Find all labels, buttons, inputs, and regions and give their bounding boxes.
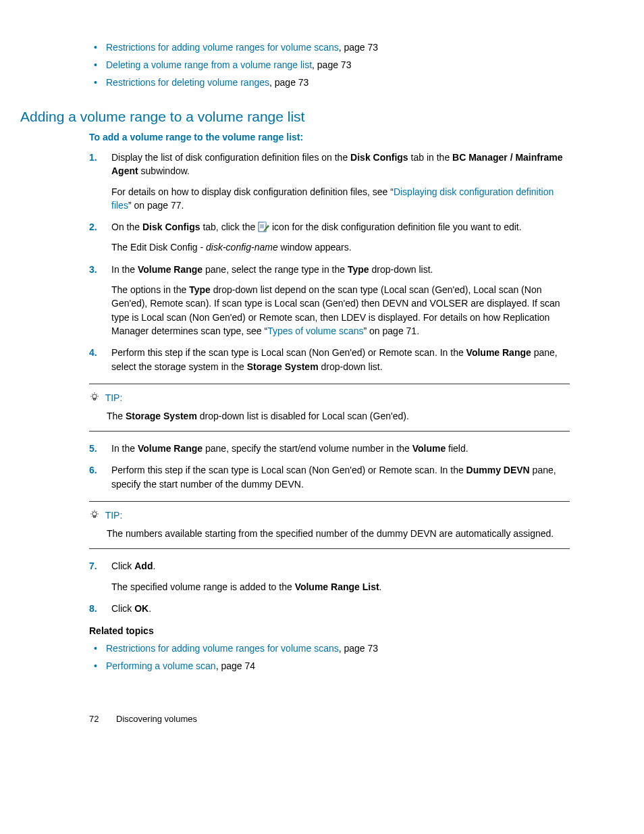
list-item: Deleting a volume range from a volume ra… bbox=[89, 58, 570, 72]
edit-icon bbox=[258, 221, 269, 232]
text: The Edit Disk Config - bbox=[111, 242, 206, 253]
link-restrictions-adding[interactable]: Restrictions for adding volume ranges fo… bbox=[106, 42, 339, 53]
tip-box-2: TIP: The numbers available starting from… bbox=[89, 501, 570, 549]
text: drop-down list. bbox=[319, 361, 383, 372]
svg-rect-15 bbox=[94, 398, 96, 400]
link-related-performing-scan[interactable]: Performing a volume scan bbox=[106, 660, 216, 671]
svg-rect-25 bbox=[94, 516, 96, 517]
text: , page 73 bbox=[339, 643, 378, 654]
svg-line-11 bbox=[92, 393, 92, 394]
bold: Dummy DEVN bbox=[466, 465, 530, 475]
bold: Type bbox=[189, 284, 211, 295]
svg-line-23 bbox=[97, 511, 97, 512]
bold: Storage System bbox=[126, 411, 197, 421]
text: For details on how to display disk confi… bbox=[111, 186, 394, 197]
text: In the bbox=[111, 443, 138, 454]
step-3: In the Volume Range pane, select the ran… bbox=[89, 263, 570, 338]
page-number: 72 bbox=[89, 714, 99, 724]
bold: Type bbox=[348, 264, 369, 275]
text: , page 73 bbox=[269, 77, 308, 88]
text: . bbox=[149, 603, 151, 614]
section-heading: Adding a volume range to a volume range … bbox=[20, 109, 570, 125]
text: ” on page 77. bbox=[128, 200, 184, 211]
text: The options in the bbox=[111, 284, 189, 295]
text: , page 73 bbox=[312, 59, 351, 70]
text: In the bbox=[111, 264, 138, 275]
text: The specified volume range is added to t… bbox=[111, 581, 295, 592]
text: subwindow. bbox=[138, 165, 190, 176]
bold: Volume Range bbox=[138, 264, 203, 275]
bold: Volume bbox=[412, 443, 446, 454]
bold: Add bbox=[134, 561, 153, 571]
text: ” on page 71. bbox=[364, 325, 420, 336]
tip-box-1: TIP: The Storage System drop-down list i… bbox=[89, 384, 570, 432]
svg-line-21 bbox=[92, 511, 92, 512]
list-item: Restrictions for adding volume ranges fo… bbox=[89, 642, 570, 656]
section-name: Discovering volumes bbox=[116, 714, 197, 724]
svg-line-24 bbox=[92, 516, 92, 517]
intro-bullet-list: Restrictions for adding volume ranges fo… bbox=[89, 41, 570, 90]
page-footer: 72 Discovering volumes bbox=[89, 714, 570, 724]
text: Perform this step if the scan type is Lo… bbox=[111, 347, 466, 358]
link-related-restrictions[interactable]: Restrictions for adding volume ranges fo… bbox=[106, 643, 339, 654]
text: The bbox=[107, 411, 126, 421]
lightbulb-icon bbox=[89, 509, 100, 523]
link-deleting-range[interactable]: Deleting a volume range from a volume ra… bbox=[106, 59, 312, 70]
text: Click bbox=[111, 603, 134, 614]
step-6: Perform this step if the scan type is Lo… bbox=[89, 463, 570, 491]
step-7: Click Add. The specified volume range is… bbox=[89, 559, 570, 594]
procedure-steps-cont2: Click Add. The specified volume range is… bbox=[89, 559, 570, 615]
link-types-of-volume-scans[interactable]: Types of volume scans bbox=[267, 325, 363, 336]
text: Perform this step if the scan type is Lo… bbox=[111, 465, 466, 475]
link-restrictions-deleting[interactable]: Restrictions for deleting volume ranges bbox=[106, 77, 269, 88]
step-4: Perform this step if the scan type is Lo… bbox=[89, 346, 570, 373]
bold: Volume Range bbox=[466, 347, 531, 358]
text: , page 74 bbox=[216, 660, 255, 671]
text: drop-down list is disabled for Local sca… bbox=[197, 411, 409, 421]
text: . bbox=[153, 561, 155, 571]
step-2: On the Disk Configs tab, click the icon … bbox=[89, 220, 570, 255]
step-8: Click OK. bbox=[89, 602, 570, 615]
list-item: Performing a volume scan, page 74 bbox=[89, 659, 570, 673]
bold: OK bbox=[134, 603, 149, 614]
svg-line-22 bbox=[97, 516, 97, 517]
text: On the bbox=[111, 221, 142, 232]
list-item: Restrictions for adding volume ranges fo… bbox=[89, 41, 570, 55]
text: drop-down list. bbox=[369, 264, 433, 275]
svg-point-6 bbox=[92, 394, 97, 398]
text: field. bbox=[446, 443, 468, 454]
text: pane, specify the start/end volume numbe… bbox=[203, 443, 412, 454]
text: Click bbox=[111, 561, 134, 571]
text: , page 73 bbox=[339, 42, 378, 53]
bold: Volume Range List bbox=[295, 581, 379, 592]
svg-line-14 bbox=[92, 398, 92, 399]
svg-line-12 bbox=[97, 398, 97, 399]
related-bullet-list: Restrictions for adding volume ranges fo… bbox=[89, 642, 570, 673]
bold: Disk Configs bbox=[350, 152, 408, 163]
text: pane, select the range type in the bbox=[203, 264, 348, 275]
step-5: In the Volume Range pane, specify the st… bbox=[89, 442, 570, 455]
tip-label: TIP: bbox=[105, 392, 123, 403]
lightbulb-icon bbox=[89, 392, 100, 406]
bold: Volume Range bbox=[138, 443, 203, 454]
italic: disk-config-name bbox=[206, 242, 278, 253]
procedure-steps: Display the list of disk configuration d… bbox=[89, 151, 570, 373]
text: Display the list of disk configuration d… bbox=[111, 152, 350, 163]
related-topics-heading: Related topics bbox=[89, 625, 570, 636]
tip-label: TIP: bbox=[105, 510, 123, 521]
text: tab, click the bbox=[200, 221, 259, 232]
svg-point-16 bbox=[92, 511, 97, 515]
tip-body: The numbers available starting from the … bbox=[107, 527, 570, 540]
procedure-steps-cont: In the Volume Range pane, specify the st… bbox=[89, 442, 570, 491]
list-item: Restrictions for deleting volume ranges,… bbox=[89, 76, 570, 90]
svg-line-13 bbox=[97, 393, 97, 394]
text: . bbox=[379, 581, 382, 592]
bold: Storage System bbox=[247, 361, 319, 372]
text: icon for the disk configuration definiti… bbox=[272, 221, 522, 232]
text: window appears. bbox=[278, 242, 352, 253]
step-1: Display the list of disk configuration d… bbox=[89, 151, 570, 212]
procedure-intro: To add a volume range to the volume rang… bbox=[89, 132, 570, 142]
bold: Disk Configs bbox=[142, 221, 200, 232]
text: tab in the bbox=[408, 152, 452, 163]
